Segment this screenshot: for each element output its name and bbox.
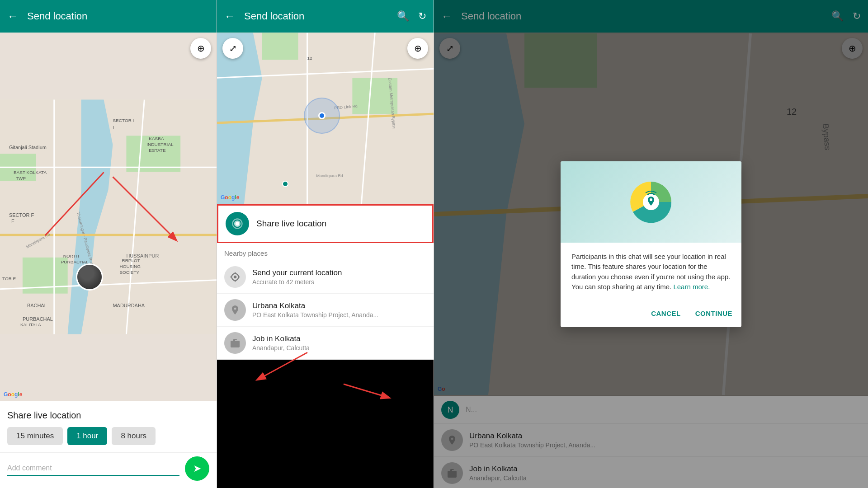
- svg-text:PURBACHAL: PURBACHAL: [61, 259, 89, 264]
- location-text-0: Send your current location Accurate to 4…: [252, 268, 426, 286]
- svg-text:RRPLOT: RRPLOT: [122, 258, 140, 263]
- location-item-1[interactable]: Urbana Kolkata PO East Kolkata Township …: [217, 294, 434, 327]
- duration-1hour[interactable]: 1 hour: [67, 427, 107, 445]
- gps-circle: [304, 98, 340, 134]
- svg-text:KALITALA: KALITALA: [20, 322, 41, 327]
- cancel-button[interactable]: CANCEL: [649, 307, 683, 320]
- duration-row: 15 minutes 1 hour 8 hours: [0, 427, 217, 452]
- panel-3: ← Send location 🔍 ↻ 12 Bypass ⤢ ⊕ Go: [434, 0, 868, 488]
- location-text-2: Job in Kolkata Anandapur, Calcutta: [252, 334, 426, 352]
- svg-text:SECTOR I: SECTOR I: [113, 118, 134, 123]
- svg-text:PURBACHAL: PURBACHAL: [23, 316, 53, 322]
- learn-more-link[interactable]: Learn more.: [673, 283, 710, 291]
- location-name-2: Job in Kolkata: [252, 334, 426, 343]
- continue-button[interactable]: CONTINUE: [693, 307, 734, 320]
- dialog-image: [561, 161, 741, 243]
- briefcase-icon-wrap: [224, 332, 246, 354]
- svg-point-48: [234, 276, 237, 279]
- pin-icon-wrap-1: [224, 299, 246, 321]
- share-live-title: Share live location: [0, 401, 217, 427]
- briefcase-icon: [230, 338, 241, 348]
- locate-button-2[interactable]: ⊕: [407, 38, 428, 59]
- live-location-pie-icon: [628, 179, 674, 225]
- svg-point-47: [235, 221, 239, 225]
- dialog-actions: CANCEL CONTINUE: [561, 301, 741, 327]
- location-name-1: Urbana Kolkata: [252, 301, 426, 310]
- svg-text:KASBA: KASBA: [149, 136, 164, 141]
- live-icon-wrap: [226, 212, 249, 235]
- map-area-2: 12 Eastern Metropolitan Bypass PRD Link …: [217, 33, 434, 204]
- duration-15min[interactable]: 15 minutes: [7, 427, 63, 445]
- svg-text:Gitanjali Stadium: Gitanjali Stadium: [9, 145, 47, 150]
- svg-text:TOR E: TOR E: [2, 276, 16, 281]
- svg-text:ESTATE: ESTATE: [149, 148, 166, 153]
- header-1: ← Send location: [0, 0, 217, 33]
- google-logo-1: Google: [4, 391, 22, 398]
- share-live-section: Share live location 15 minutes 1 hour 8 …: [0, 401, 217, 488]
- map-svg-1: Gitanjali Stadium SECTOR I I KASBA INDUS…: [0, 33, 217, 401]
- expand-button-2[interactable]: ⤢: [222, 38, 243, 59]
- svg-text:NORTH: NORTH: [63, 253, 79, 258]
- header-actions-2: 🔍 ↻: [397, 10, 426, 22]
- dialog-overlay: Participants in this chat will see your …: [434, 0, 868, 488]
- dialog-text: Participants in this chat will see your …: [571, 252, 731, 292]
- share-live-item[interactable]: Share live location: [217, 204, 434, 243]
- back-button-2[interactable]: ←: [224, 10, 235, 23]
- dialog: Participants in this chat will see your …: [561, 161, 741, 327]
- svg-text:INDUSTRIAL: INDUSTRIAL: [146, 142, 174, 147]
- svg-text:HOUSING: HOUSING: [119, 264, 141, 269]
- location-text-1: Urbana Kolkata PO East Kolkata Township …: [252, 301, 426, 319]
- svg-text:SOCIETY: SOCIETY: [119, 270, 139, 275]
- svg-text:TWP: TWP: [16, 176, 26, 181]
- back-button-1[interactable]: ←: [7, 10, 18, 23]
- comment-row: ➤: [0, 452, 217, 488]
- locate-button-1[interactable]: ⊕: [190, 38, 211, 59]
- gps-green-dot: [282, 181, 288, 187]
- refresh-icon-2[interactable]: ↻: [418, 10, 426, 22]
- svg-rect-37: [262, 33, 298, 60]
- svg-text:F: F: [11, 218, 14, 224]
- map-area-1: Gitanjali Stadium SECTOR I I KASBA INDUS…: [0, 33, 217, 401]
- svg-text:EAST KOLKATA: EAST KOLKATA: [14, 170, 47, 175]
- gps-dot: [318, 112, 326, 119]
- nearby-label: Nearby places: [217, 244, 434, 261]
- svg-point-61: [650, 198, 652, 201]
- live-location-icon: [231, 217, 244, 230]
- google-logo-2: Google: [221, 194, 239, 201]
- header-title-2: Send location: [244, 10, 397, 22]
- svg-text:BACHAL: BACHAL: [27, 303, 47, 308]
- search-icon-2[interactable]: 🔍: [397, 10, 409, 22]
- location-sub-2: Anandapur, Calcutta: [252, 344, 426, 352]
- comment-input[interactable]: [7, 461, 179, 476]
- send-button[interactable]: ➤: [185, 456, 209, 481]
- location-sub-1: PO East Kolkata Township Project, Ananda…: [252, 311, 426, 319]
- list-section-2: Share live location Nearby places Send y…: [217, 204, 434, 360]
- duration-8hours[interactable]: 8 hours: [112, 427, 156, 445]
- panel-2: ← Send location 🔍 ↻ 12 Eastern Metropoli…: [217, 0, 434, 488]
- svg-text:I: I: [113, 125, 114, 130]
- map-avatar: [76, 263, 103, 291]
- pin-icon-1: [230, 305, 241, 315]
- svg-text:MADURDAHA: MADURDAHA: [113, 303, 145, 308]
- location-item-2[interactable]: Job in Kolkata Anandapur, Calcutta: [217, 327, 434, 360]
- header-2: ← Send location 🔍 ↻: [217, 0, 434, 33]
- svg-line-51: [344, 384, 389, 398]
- panel-1: ← Send location Gitanjali Stadium SECTOR…: [0, 0, 217, 488]
- location-item-0[interactable]: Send your current location Accurate to 4…: [217, 261, 434, 294]
- share-live-label: Share live location: [256, 219, 326, 229]
- header-title-1: Send location: [27, 10, 209, 22]
- location-name-0: Send your current location: [252, 268, 426, 277]
- location-sub-0: Accurate to 42 meters: [252, 278, 426, 286]
- target-icon-wrap: [224, 266, 246, 288]
- dialog-body: Participants in this chat will see your …: [561, 243, 741, 301]
- svg-text:SECTOR F: SECTOR F: [9, 212, 34, 218]
- svg-text:12: 12: [307, 56, 313, 61]
- target-icon: [229, 271, 241, 283]
- svg-text:Mandirpara Rd: Mandirpara Rd: [316, 174, 343, 178]
